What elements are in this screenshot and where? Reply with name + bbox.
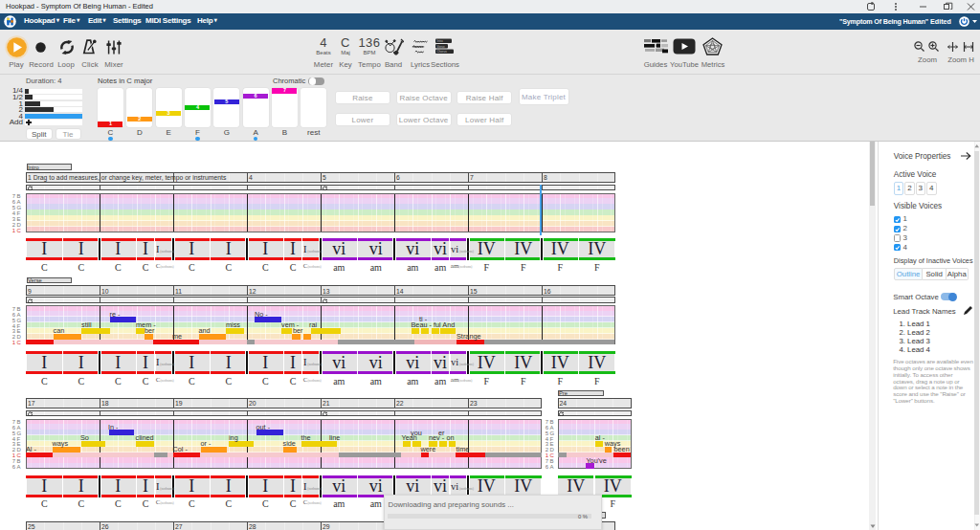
svg-text:Chorus: Chorus [437, 50, 448, 54]
svg-text:Verse: Verse [437, 45, 445, 49]
svg-text:Intro: Intro [437, 39, 444, 43]
